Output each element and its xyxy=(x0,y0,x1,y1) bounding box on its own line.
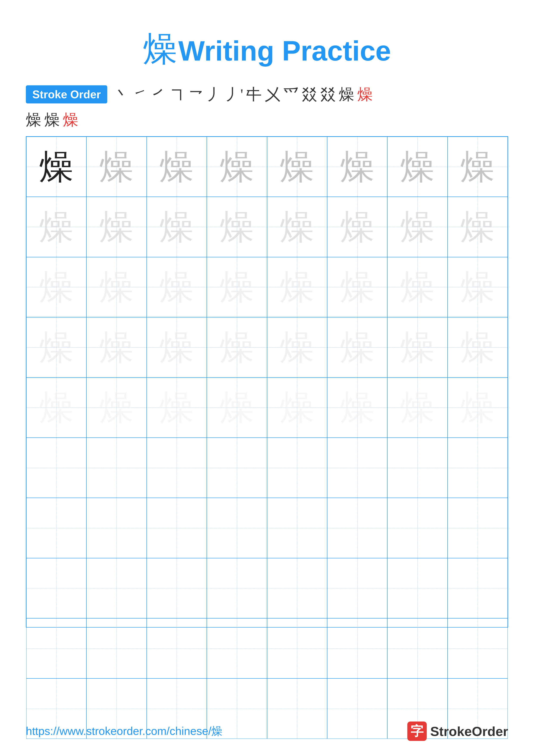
stroke-10: 爫 xyxy=(283,87,299,102)
cell-r4c8[interactable]: 燥 xyxy=(447,317,508,377)
cell-r5c5[interactable]: 燥 xyxy=(267,378,327,438)
cell-r1c5[interactable]: 燥 xyxy=(267,137,327,197)
cell-r4c6[interactable]: 燥 xyxy=(327,317,387,377)
cell-r4c3[interactable]: 燥 xyxy=(147,317,207,377)
char-r5c2: 燥 xyxy=(99,390,134,425)
cell-r7c8[interactable] xyxy=(447,498,508,558)
char-r3c5: 燥 xyxy=(280,270,314,304)
cell-r6c2[interactable] xyxy=(87,438,146,498)
char-r3c6: 燥 xyxy=(340,270,375,304)
cell-r3c1[interactable]: 燥 xyxy=(26,257,87,317)
cell-r5c2[interactable]: 燥 xyxy=(87,378,146,438)
cell-r2c6[interactable]: 燥 xyxy=(327,197,387,257)
cell-r1c2[interactable]: 燥 xyxy=(87,137,146,197)
cell-r6c8[interactable] xyxy=(447,438,508,498)
cell-r6c6[interactable] xyxy=(327,438,387,498)
stroke-14: 燥 xyxy=(26,112,41,127)
cell-r1c7[interactable]: 燥 xyxy=(387,137,447,197)
cell-r7c6[interactable] xyxy=(327,498,387,558)
char-r1c4: 燥 xyxy=(220,149,254,184)
char-r3c4: 燥 xyxy=(220,270,254,304)
cell-r8c7[interactable] xyxy=(387,558,447,618)
char-r1c8: 燥 xyxy=(460,149,495,184)
cell-r8c2[interactable] xyxy=(87,558,146,618)
cell-r7c1[interactable] xyxy=(26,498,87,558)
cell-r4c1[interactable]: 燥 xyxy=(26,317,87,377)
cell-r4c2[interactable]: 燥 xyxy=(87,317,146,377)
cell-r8c4[interactable] xyxy=(207,558,267,618)
footer-url: https://www.strokeorder.com/chinese/燥 xyxy=(26,724,222,739)
cell-r5c6[interactable]: 燥 xyxy=(327,378,387,438)
char-r1c1: 燥 xyxy=(39,149,74,184)
cell-r1c8[interactable]: 燥 xyxy=(447,137,508,197)
cell-r3c6[interactable]: 燥 xyxy=(327,257,387,317)
cell-r3c4[interactable]: 燥 xyxy=(207,257,267,317)
cell-r5c4[interactable]: 燥 xyxy=(207,378,267,438)
cell-r9c3[interactable] xyxy=(147,618,207,678)
cell-r1c6[interactable]: 燥 xyxy=(327,137,387,197)
char-r4c5: 燥 xyxy=(280,330,314,364)
stroke-11: 㸚 xyxy=(302,87,317,102)
char-r5c1: 燥 xyxy=(39,390,74,425)
cell-r6c7[interactable] xyxy=(387,438,447,498)
cell-r6c4[interactable] xyxy=(207,438,267,498)
cell-r4c7[interactable]: 燥 xyxy=(387,317,447,377)
cell-r5c1[interactable]: 燥 xyxy=(26,378,87,438)
cell-r9c5[interactable] xyxy=(267,618,327,678)
stroke-8: 㐄 xyxy=(246,87,262,102)
char-r5c3: 燥 xyxy=(159,390,194,425)
cell-r2c4[interactable]: 燥 xyxy=(207,197,267,257)
cell-r3c8[interactable]: 燥 xyxy=(447,257,508,317)
char-r1c7: 燥 xyxy=(400,149,435,184)
stroke-order-section: Stroke Order 丶 ㇀ ㇒ ㇕ ㇖ ㇓ ㇓' 㐄 㐅 爫 㸚 㸚 燥 … xyxy=(26,85,508,103)
cell-r8c3[interactable] xyxy=(147,558,207,618)
char-r1c6: 燥 xyxy=(340,149,375,184)
cell-r9c1[interactable] xyxy=(26,618,87,678)
cell-r8c6[interactable] xyxy=(327,558,387,618)
cell-r2c1[interactable]: 燥 xyxy=(26,197,87,257)
cell-r5c8[interactable]: 燥 xyxy=(447,378,508,438)
cell-r8c8[interactable] xyxy=(447,558,508,618)
char-r1c3: 燥 xyxy=(159,149,194,184)
cell-r7c3[interactable] xyxy=(147,498,207,558)
cell-r9c4[interactable] xyxy=(207,618,267,678)
cell-r3c3[interactable]: 燥 xyxy=(147,257,207,317)
cell-r2c2[interactable]: 燥 xyxy=(87,197,146,257)
char-r4c8: 燥 xyxy=(460,330,495,364)
cell-r1c1[interactable]: 燥 xyxy=(26,137,87,197)
cell-r8c1[interactable] xyxy=(26,558,87,618)
cell-r4c4[interactable]: 燥 xyxy=(207,317,267,377)
cell-r2c7[interactable]: 燥 xyxy=(387,197,447,257)
page: 燥 Writing Practice Stroke Order 丶 ㇀ ㇒ ㇕ … xyxy=(0,0,534,756)
cell-r2c8[interactable]: 燥 xyxy=(447,197,508,257)
cell-r9c2[interactable] xyxy=(87,618,146,678)
cell-r5c7[interactable]: 燥 xyxy=(387,378,447,438)
cell-r7c7[interactable] xyxy=(387,498,447,558)
stroke-15: 燥 xyxy=(44,112,60,127)
cell-r3c2[interactable]: 燥 xyxy=(87,257,146,317)
cell-r6c5[interactable] xyxy=(267,438,327,498)
cell-r8c5[interactable] xyxy=(267,558,327,618)
cell-r7c5[interactable] xyxy=(267,498,327,558)
cell-r9c8[interactable] xyxy=(447,618,508,678)
cell-r7c2[interactable] xyxy=(87,498,146,558)
cell-r2c3[interactable]: 燥 xyxy=(147,197,207,257)
cell-r1c3[interactable]: 燥 xyxy=(147,137,207,197)
cell-r9c6[interactable] xyxy=(327,618,387,678)
char-r5c8: 燥 xyxy=(460,390,495,425)
stroke-4: ㇕ xyxy=(169,87,185,102)
cell-r3c5[interactable]: 燥 xyxy=(267,257,327,317)
cell-r5c3[interactable]: 燥 xyxy=(147,378,207,438)
cell-r1c4[interactable]: 燥 xyxy=(207,137,267,197)
cell-r7c4[interactable] xyxy=(207,498,267,558)
cell-r9c7[interactable] xyxy=(387,618,447,678)
char-r5c7: 燥 xyxy=(400,390,435,425)
cell-r6c1[interactable] xyxy=(26,438,87,498)
char-r3c1: 燥 xyxy=(39,270,74,304)
cell-r2c5[interactable]: 燥 xyxy=(267,197,327,257)
cell-r3c7[interactable]: 燥 xyxy=(387,257,447,317)
cell-r6c3[interactable] xyxy=(147,438,207,498)
stroke-order-badge: Stroke Order xyxy=(26,85,107,103)
char-r5c6: 燥 xyxy=(340,390,375,425)
cell-r4c5[interactable]: 燥 xyxy=(267,317,327,377)
